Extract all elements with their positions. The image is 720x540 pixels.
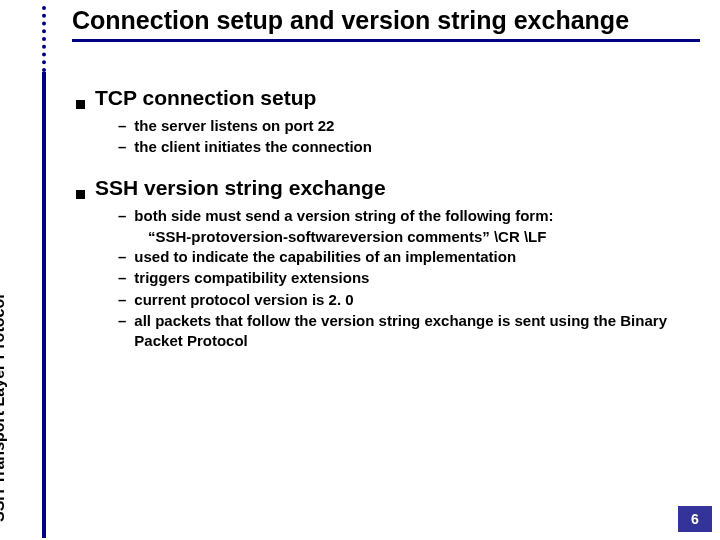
section-heading: SSH version string exchange bbox=[62, 176, 708, 200]
sub-list: – both side must send a version string o… bbox=[118, 206, 708, 352]
slide-title: Connection setup and version string exch… bbox=[72, 6, 700, 35]
slide: Connection setup and version string exch… bbox=[0, 0, 720, 540]
dash-bullet-icon: – bbox=[118, 311, 126, 331]
list-item-text: all packets that follow the version stri… bbox=[134, 311, 708, 352]
list-item: – the server listens on port 22 bbox=[118, 116, 708, 136]
list-item-text: the server listens on port 22 bbox=[134, 116, 708, 136]
sidebar-dotted-rule bbox=[42, 6, 46, 72]
dash-bullet-icon: – bbox=[118, 206, 126, 226]
sub-list: – the server listens on port 22 – the cl… bbox=[118, 116, 708, 158]
page-number: 6 bbox=[678, 506, 712, 532]
list-item-text: both side must send a version string of … bbox=[134, 206, 708, 226]
content-area: TCP connection setup – the server listen… bbox=[62, 82, 708, 369]
title-area: Connection setup and version string exch… bbox=[72, 6, 700, 42]
sidebar: SSH Transport Layer Protocol bbox=[0, 0, 48, 540]
list-item-text: the client initiates the connection bbox=[134, 137, 708, 157]
list-item: – used to indicate the capabilities of a… bbox=[118, 247, 708, 267]
square-bullet-icon bbox=[76, 100, 85, 109]
dash-bullet-icon: – bbox=[118, 290, 126, 310]
section-title: TCP connection setup bbox=[95, 86, 316, 110]
square-bullet-icon bbox=[76, 190, 85, 199]
dash-bullet-icon: – bbox=[118, 247, 126, 267]
list-item-text: triggers compatibility extensions bbox=[134, 268, 708, 288]
section-heading: TCP connection setup bbox=[62, 86, 708, 110]
list-item: – current protocol version is 2. 0 bbox=[118, 290, 708, 310]
dash-bullet-icon: – bbox=[118, 268, 126, 288]
list-item: – the client initiates the connection bbox=[118, 137, 708, 157]
dash-bullet-icon: – bbox=[118, 137, 126, 157]
list-item: – triggers compatibility extensions bbox=[118, 268, 708, 288]
list-item: – both side must send a version string o… bbox=[118, 206, 708, 226]
sidebar-label: SSH Transport Layer Protocol bbox=[0, 294, 8, 522]
sidebar-solid-rule bbox=[42, 72, 46, 538]
list-item: – all packets that follow the version st… bbox=[118, 311, 708, 352]
list-item-subtext: “SSH-protoversion-softwareversion commen… bbox=[148, 227, 708, 247]
dash-bullet-icon: – bbox=[118, 116, 126, 136]
section-title: SSH version string exchange bbox=[95, 176, 386, 200]
list-item-text: used to indicate the capabilities of an … bbox=[134, 247, 708, 267]
list-item-text: current protocol version is 2. 0 bbox=[134, 290, 708, 310]
